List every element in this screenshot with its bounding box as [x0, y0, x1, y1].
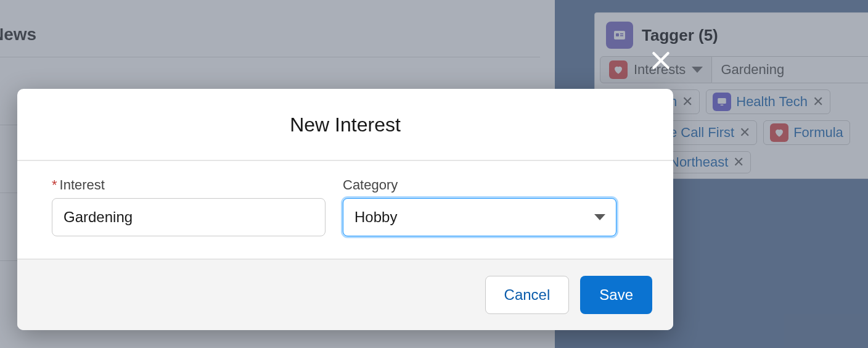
new-interest-modal: New Interest *Interest Category Hobby Ca… — [17, 89, 673, 330]
category-label: Category — [343, 177, 616, 193]
category-select-wrap: Hobby — [343, 198, 616, 236]
modal-title: New Interest — [17, 114, 673, 136]
field-interest: *Interest — [52, 177, 326, 236]
field-category: Category Hobby — [343, 177, 616, 236]
interest-input[interactable] — [52, 198, 326, 236]
category-value: Hobby — [354, 209, 397, 226]
cancel-button[interactable]: Cancel — [485, 276, 570, 314]
modal-body: *Interest Category Hobby — [17, 161, 673, 260]
interest-label: *Interest — [52, 177, 326, 193]
modal-footer: Cancel Save — [17, 260, 673, 330]
interest-label-text: Interest — [60, 177, 105, 193]
category-select[interactable]: Hobby — [343, 198, 616, 236]
close-icon[interactable] — [649, 48, 673, 75]
modal-header: New Interest — [17, 89, 673, 161]
save-button[interactable]: Save — [580, 276, 652, 314]
required-asterisk: * — [52, 177, 57, 193]
